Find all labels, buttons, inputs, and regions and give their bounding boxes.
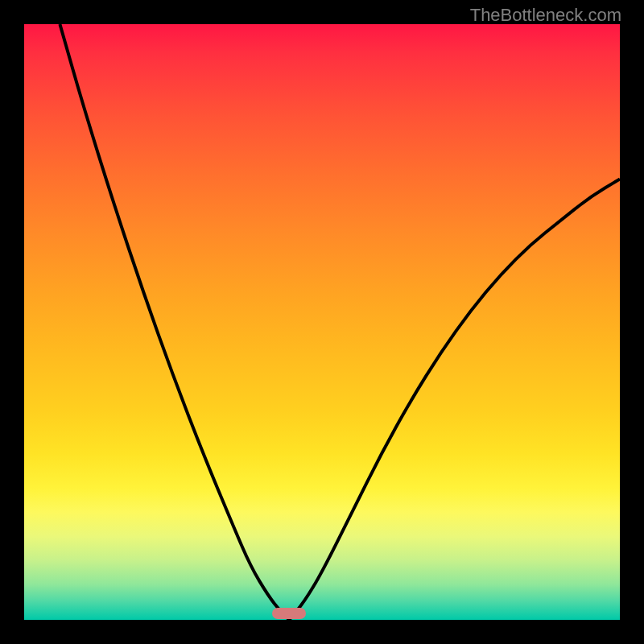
right-curve [289,179,620,620]
watermark-text: TheBottleneck.com [470,5,621,26]
left-curve [60,24,289,620]
chart-curves [24,24,620,620]
chart-area [24,24,620,620]
minimum-marker [272,608,306,619]
